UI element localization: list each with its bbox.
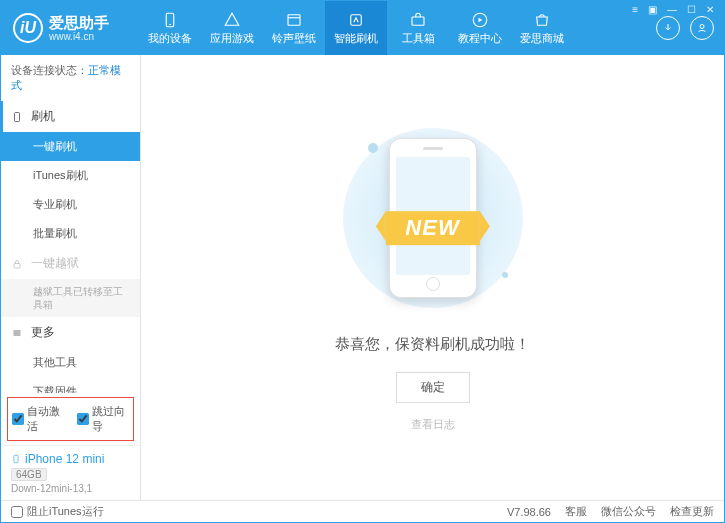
update-link[interactable]: 检查更新 [670, 504, 714, 519]
nav-ringtones[interactable]: 铃声壁纸 [263, 1, 325, 55]
sidebar: 设备连接状态：正常模式 刷机 一键刷机 iTunes刷机 专业刷机 批量刷机 一… [1, 55, 141, 500]
app-title: 爱思助手 [49, 15, 109, 31]
download-button[interactable] [656, 16, 680, 40]
maximize-icon[interactable]: ☐ [684, 4, 699, 15]
wechat-link[interactable]: 微信公众号 [601, 504, 656, 519]
main-panel: NEW 恭喜您，保资料刷机成功啦！ 确定 查看日志 [141, 55, 724, 500]
service-link[interactable]: 客服 [565, 504, 587, 519]
device-model: Down-12mini-13,1 [11, 483, 130, 494]
logo-icon: iU [13, 13, 43, 43]
svg-rect-2 [288, 14, 300, 25]
wallpaper-icon [284, 11, 304, 29]
sidebar-item-batch-flash[interactable]: 批量刷机 [1, 219, 140, 248]
sidebar-item-oneclick-flash[interactable]: 一键刷机 [1, 132, 140, 161]
success-illustration: NEW [333, 123, 533, 313]
jailbreak-note: 越狱工具已转移至工具箱 [1, 279, 140, 317]
nav-flash[interactable]: 智能刷机 [325, 1, 387, 55]
user-button[interactable] [690, 16, 714, 40]
nav-my-device[interactable]: 我的设备 [139, 1, 201, 55]
device-storage: 64GB [11, 468, 47, 481]
top-nav: 我的设备 应用游戏 铃声壁纸 智能刷机 工具箱 教程中心 爱思商城 [139, 1, 656, 55]
options-box: 自动激活 跳过向导 [7, 397, 134, 441]
apps-icon [222, 11, 242, 29]
lock-icon [11, 258, 25, 270]
svg-rect-13 [14, 455, 18, 463]
sidebar-more-root[interactable]: 更多 [1, 317, 140, 348]
logo-area: iU 爱思助手 www.i4.cn [1, 13, 139, 43]
sidebar-jailbreak-root[interactable]: 一键越狱 [1, 248, 140, 279]
sidebar-item-pro-flash[interactable]: 专业刷机 [1, 190, 140, 219]
version-label: V7.98.66 [507, 506, 551, 518]
svg-rect-5 [412, 17, 424, 25]
svg-rect-4 [351, 14, 362, 25]
nav-apps[interactable]: 应用游戏 [201, 1, 263, 55]
nav-toolbox[interactable]: 工具箱 [387, 1, 449, 55]
sidebar-item-other-tools[interactable]: 其他工具 [1, 348, 140, 377]
phone-icon [160, 11, 180, 29]
svg-rect-9 [14, 263, 20, 268]
device-status: 设备连接状态：正常模式 [1, 55, 140, 101]
nav-tutorial[interactable]: 教程中心 [449, 1, 511, 55]
checkbox-block-itunes[interactable]: 阻止iTunes运行 [11, 504, 104, 519]
toolbox-icon [408, 11, 428, 29]
sidebar-flash-root[interactable]: 刷机 [1, 101, 140, 132]
footer: 阻止iTunes运行 V7.98.66 客服 微信公众号 检查更新 [1, 500, 724, 522]
app-header: iU 爱思助手 www.i4.cn 我的设备 应用游戏 铃声壁纸 智能刷机 工具… [1, 1, 724, 55]
device-info[interactable]: iPhone 12 mini 64GB Down-12mini-13,1 [1, 445, 140, 500]
confirm-button[interactable]: 确定 [396, 372, 470, 403]
minimize-icon[interactable]: — [664, 4, 680, 15]
header-right [656, 16, 724, 40]
checkbox-auto-activate[interactable]: 自动激活 [12, 404, 65, 434]
phone-icon [11, 111, 25, 123]
device-name: iPhone 12 mini [11, 452, 130, 466]
sidebar-item-itunes-flash[interactable]: iTunes刷机 [1, 161, 140, 190]
success-message: 恭喜您，保资料刷机成功啦！ [335, 335, 530, 354]
close-icon[interactable]: ✕ [703, 4, 717, 15]
more-icon [11, 327, 25, 339]
checkbox-skip-guide[interactable]: 跳过向导 [77, 404, 130, 434]
svg-rect-8 [15, 112, 20, 121]
sidebar-item-download-firmware[interactable]: 下载固件 [1, 377, 140, 393]
skin-icon[interactable]: ▣ [645, 4, 660, 15]
store-icon [532, 11, 552, 29]
menu-icon[interactable]: ≡ [629, 4, 641, 15]
view-log-link[interactable]: 查看日志 [411, 417, 455, 432]
nav-store[interactable]: 爱思商城 [511, 1, 573, 55]
flash-icon [346, 11, 366, 29]
app-url: www.i4.cn [49, 31, 109, 42]
svg-point-7 [700, 25, 704, 29]
tutorial-icon [470, 11, 490, 29]
new-ribbon: NEW [385, 211, 479, 245]
window-controls: ≡ ▣ — ☐ ✕ [629, 4, 717, 15]
